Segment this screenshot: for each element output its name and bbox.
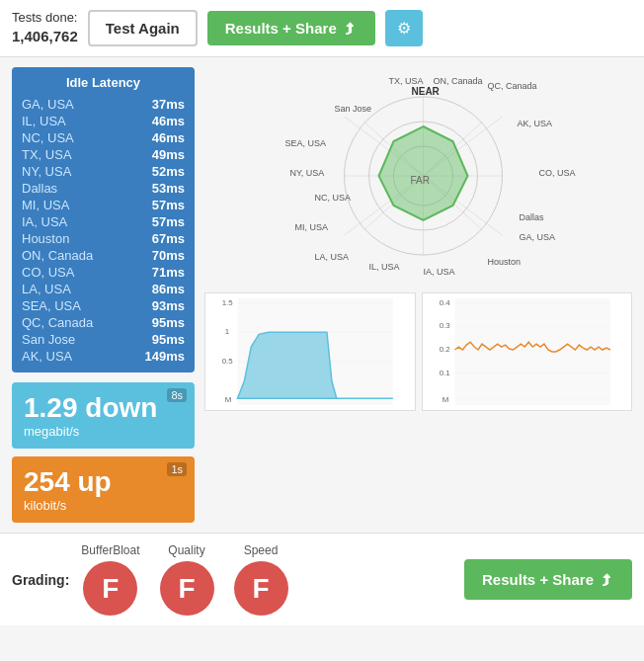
svg-text:M: M: [442, 395, 448, 404]
svg-text:San Jose: San Jose: [335, 104, 372, 114]
svg-text:M: M: [225, 395, 232, 404]
svg-text:FAR: FAR: [411, 175, 430, 186]
svg-text:NY, USA: NY, USA: [290, 168, 325, 178]
latency-row: AK, USA149ms: [22, 348, 185, 365]
latency-location: AK, USA: [22, 349, 72, 364]
latency-row: MI, USA57ms: [22, 197, 185, 213]
latency-location: San Jose: [22, 332, 75, 347]
down-value: 1.29 down: [24, 392, 183, 424]
svg-text:Houston: Houston: [488, 257, 522, 267]
svg-marker-9: [379, 126, 468, 220]
latency-value: 95ms: [152, 332, 185, 347]
svg-text:LA, USA: LA, USA: [315, 252, 350, 262]
results-share-label-bottom: Results + Share: [482, 571, 594, 588]
latency-value: 46ms: [152, 114, 185, 128]
latency-value: 71ms: [152, 265, 185, 280]
svg-text:0.2: 0.2: [439, 345, 449, 354]
latency-value: 57ms: [152, 214, 185, 229]
down-speed-box: 8s 1.29 down megabit/s: [12, 382, 195, 449]
latency-value: 52ms: [152, 164, 185, 179]
latency-row: TX, USA49ms: [22, 146, 185, 163]
charts-row: 1.5 1 0.5 M: [204, 292, 632, 411]
latency-value: 86ms: [152, 282, 185, 296]
latency-location: NC, USA: [22, 130, 74, 145]
latency-location: IA, USA: [22, 214, 67, 229]
latency-row: Dallas53ms: [22, 180, 185, 197]
radar-svg: NEAR FAR TX, USA ON, Canada QC, Canada A…: [204, 67, 632, 285]
up-value: 254 up: [24, 466, 183, 498]
test-again-button[interactable]: Test Again: [88, 10, 198, 46]
latency-value: 70ms: [152, 248, 185, 263]
left-panel: Idle Latency GA, USA37msIL, USA46msNC, U…: [12, 67, 195, 523]
latency-row: IL, USA46ms: [22, 113, 185, 129]
svg-text:TX, USA: TX, USA: [389, 76, 424, 86]
latency-location: CO, USA: [22, 265, 74, 280]
latency-value: 149ms: [145, 349, 185, 364]
settings-icon: ⚙: [397, 19, 411, 38]
latency-row: NY, USA52ms: [22, 163, 185, 180]
svg-text:0.3: 0.3: [439, 321, 450, 330]
latency-location: SEA, USA: [22, 298, 81, 313]
grade-item-label: Speed: [244, 543, 279, 557]
latency-value: 46ms: [152, 130, 185, 145]
latency-value: 37ms: [152, 97, 185, 112]
down-badge: 8s: [167, 388, 187, 402]
up-unit: kilobit/s: [24, 498, 183, 513]
share-icon-top: ⮭: [343, 20, 358, 37]
svg-text:IL, USA: IL, USA: [369, 262, 400, 272]
latency-value: 95ms: [152, 315, 185, 330]
latency-row: LA, USA86ms: [22, 281, 185, 297]
idle-latency-title: Idle Latency: [22, 75, 185, 90]
main-content: Idle Latency GA, USA37msIL, USA46msNC, U…: [0, 57, 644, 533]
grade-item: Quality F: [160, 543, 214, 616]
latency-value: 67ms: [152, 231, 185, 246]
results-share-button-top[interactable]: Results + Share ⮭: [207, 11, 375, 45]
svg-text:1.5: 1.5: [222, 298, 234, 307]
svg-text:ON, Canada: ON, Canada: [434, 76, 483, 86]
idle-latency-table: Idle Latency GA, USA37msIL, USA46msNC, U…: [12, 67, 195, 372]
tests-done-label: Tests done:: [12, 10, 78, 27]
svg-text:Dallas: Dallas: [520, 212, 545, 222]
latency-row: IA, USA57ms: [22, 213, 185, 230]
radar-chart: NEAR FAR TX, USA ON, Canada QC, Canada A…: [204, 67, 632, 285]
blue-chart-svg: 1.5 1 0.5 M: [205, 293, 415, 410]
svg-text:QC, Canada: QC, Canada: [488, 81, 537, 91]
latency-location: Houston: [22, 231, 69, 246]
latency-row: CO, USA71ms: [22, 264, 185, 281]
svg-text:CO, USA: CO, USA: [539, 168, 576, 178]
grade-circle: F: [160, 561, 214, 616]
latency-location: QC, Canada: [22, 315, 93, 330]
results-share-button-bottom[interactable]: Results + Share ⮭: [464, 559, 632, 600]
up-badge: 1s: [167, 462, 187, 476]
latency-location: IL, USA: [22, 114, 66, 128]
latency-row: QC, Canada95ms: [22, 314, 185, 331]
latency-location: NY, USA: [22, 164, 71, 179]
svg-text:IA, USA: IA, USA: [424, 267, 455, 277]
svg-text:NEAR: NEAR: [412, 86, 441, 97]
grade-group: BufferBloat F Quality F Speed F: [81, 543, 464, 616]
svg-rect-43: [454, 298, 609, 405]
grade-item: BufferBloat F: [81, 543, 139, 616]
share-icon-bottom: ⮭: [600, 571, 614, 588]
down-chart: 1.5 1 0.5 M: [204, 292, 416, 411]
latency-rows: GA, USA37msIL, USA46msNC, USA46msTX, USA…: [22, 96, 185, 365]
svg-text:NC, USA: NC, USA: [315, 193, 352, 203]
down-unit: megabit/s: [24, 424, 183, 439]
svg-text:0.4: 0.4: [439, 298, 450, 307]
up-chart: 0.4 0.3 0.2 0.1 M: [422, 292, 633, 411]
svg-text:MI, USA: MI, USA: [295, 222, 329, 232]
latency-location: MI, USA: [22, 198, 69, 212]
grade-item: Speed F: [234, 543, 288, 616]
right-panel: NEAR FAR TX, USA ON, Canada QC, Canada A…: [204, 67, 632, 523]
top-bar: Tests done: 1,406,762 Test Again Results…: [0, 0, 644, 57]
tests-count: 1,406,762: [12, 27, 78, 46]
latency-location: Dallas: [22, 181, 57, 196]
grade-item-label: Quality: [168, 543, 204, 557]
latency-row: SEA, USA93ms: [22, 297, 185, 314]
settings-button[interactable]: ⚙: [385, 10, 423, 46]
orange-chart-svg: 0.4 0.3 0.2 0.1 M: [423, 293, 632, 410]
latency-value: 93ms: [152, 298, 185, 313]
latency-row: NC, USA46ms: [22, 129, 185, 146]
latency-row: San Jose95ms: [22, 331, 185, 348]
latency-value: 57ms: [152, 198, 185, 212]
